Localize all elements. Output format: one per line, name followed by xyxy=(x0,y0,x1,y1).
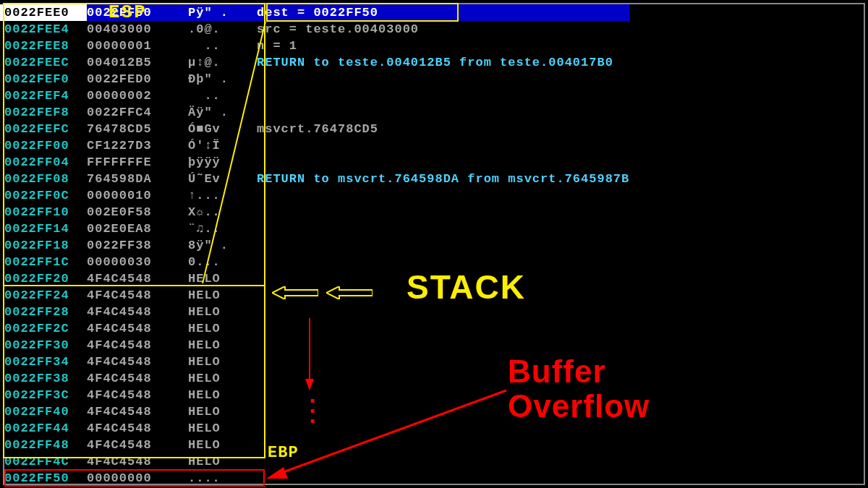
stack-value: 4F4C4548 xyxy=(87,287,188,304)
stack-value: 00403000 xyxy=(87,21,188,38)
stack-ascii: 0... xyxy=(188,254,257,270)
stack-addr: 0022FF4C xyxy=(0,453,87,470)
stack-row: 0022FF304F4C4548HELO xyxy=(0,337,629,354)
stack-value: 0022FED0 xyxy=(87,71,188,87)
stack-value: 0022FF38 xyxy=(87,237,188,254)
stack-addr: 0022FF18 xyxy=(0,237,87,254)
stack-addr: 0022FEFC xyxy=(0,121,87,137)
stack-ascii: Ó'↕Ï xyxy=(188,137,257,154)
buffer-start-line xyxy=(3,285,265,286)
stack-value: 00000002 xyxy=(87,87,188,104)
label-esp: ESP xyxy=(109,1,147,23)
stack-ascii: HELO xyxy=(188,403,257,420)
stack-value: 76478CD5 xyxy=(87,121,188,137)
label-buffer-overflow: BufferOverflow xyxy=(508,354,650,424)
stack-value: 00000001 xyxy=(87,38,188,54)
stack-value: 4F4C4548 xyxy=(87,387,188,403)
stack-value: CF1227D3 xyxy=(87,137,188,154)
stack-note xyxy=(257,71,629,87)
stack-addr: 0022FEF0 xyxy=(0,71,87,87)
label-stack: STACK xyxy=(407,267,526,307)
stack-row: 0022FEF00022FED0Ðþ" . xyxy=(0,71,629,87)
stack-note: RETURN to teste.004012B5 from teste.0040… xyxy=(257,54,629,71)
stack-note: RETURN to msvcrt.764598DA from msvcrt.76… xyxy=(257,171,629,187)
stack-value: 002E0EA8 xyxy=(87,221,188,237)
stack-note xyxy=(257,137,629,154)
stack-value: 4F4C4548 xyxy=(87,453,188,470)
stack-addr: 0022FEF8 xyxy=(0,104,87,121)
stack-ascii: Ðþ" . xyxy=(188,71,257,87)
stack-row: 0022FF4C4F4C4548HELO xyxy=(0,453,629,470)
stack-ascii: HELO xyxy=(188,304,257,320)
overflow-row-box xyxy=(4,469,265,487)
stack-row: 0022FF14002E0EA8¨♫.. xyxy=(0,221,629,237)
stack-ascii: .0@. xyxy=(188,21,257,38)
stack-row: 0022FF10002E0F58X☼.. xyxy=(0,204,629,221)
stack-row: 0022FF2C4F4C4548HELO xyxy=(0,320,629,337)
stack-ascii: HELO xyxy=(188,287,257,304)
ellipsis-dots: ··· xyxy=(305,396,320,427)
stack-ascii: HELO xyxy=(188,370,257,387)
stack-note xyxy=(257,187,629,204)
stack-row: 0022FF00CF1227D3Ó'↕Ï xyxy=(0,137,629,154)
stack-addr: 0022FEF4 xyxy=(0,87,87,104)
stack-addr: 0022FF04 xyxy=(0,154,87,171)
stack-note: msvcrt.76478CD5 xyxy=(257,121,629,137)
stack-value: 4F4C4548 xyxy=(87,304,188,320)
stack-addr: 0022FF08 xyxy=(0,171,87,187)
stack-row: 0022FEF400000002 .. xyxy=(0,87,629,104)
stack-note: n = 1 xyxy=(257,38,629,54)
stack-row: 0022FEE400403000.0@.src = teste.00403000 xyxy=(0,21,629,38)
stack-ascii: ↑... xyxy=(188,187,257,204)
stack-value: 0022FFC4 xyxy=(87,104,188,121)
stack-note xyxy=(257,204,629,221)
stack-row: 0022FF0C00000010↑... xyxy=(0,187,629,204)
stack-note xyxy=(257,104,629,121)
stack-value: 4F4C4548 xyxy=(87,337,188,354)
stack-addr: 0022FF30 xyxy=(0,337,87,354)
stack-value: 4F4C4548 xyxy=(87,370,188,387)
stack-note xyxy=(257,453,629,470)
stack-addr: 0022FF2C xyxy=(0,320,87,337)
buffer-start-arrows xyxy=(272,286,373,304)
stack-addr: 0022FF24 xyxy=(0,287,87,304)
stack-ascii: X☼.. xyxy=(188,204,257,221)
svg-marker-0 xyxy=(272,286,318,299)
stack-note xyxy=(257,470,629,487)
stack-addr: 0022FF44 xyxy=(0,420,87,437)
svg-marker-1 xyxy=(326,286,373,299)
stack-value: 004012B5 xyxy=(87,54,188,71)
stack-row: 0022FEF80022FFC4Äÿ" . xyxy=(0,104,629,121)
stack-addr: 0022FF38 xyxy=(0,370,87,387)
stack-addr: 0022FF40 xyxy=(0,403,87,420)
stack-addr: 0022FF28 xyxy=(0,304,87,320)
stack-ascii: .. xyxy=(188,87,257,104)
stack-note xyxy=(257,437,629,453)
stack-row: 0022FF284F4C4548HELO xyxy=(0,304,629,320)
stack-ascii: Pÿ" . xyxy=(188,4,257,21)
stack-note: src = teste.00403000 xyxy=(257,21,629,38)
stack-value: 4F4C4548 xyxy=(87,403,188,420)
stack-addr: 0022FF1C xyxy=(0,254,87,270)
stack-ascii: þÿÿÿ xyxy=(188,154,257,171)
stack-addr: 0022FF34 xyxy=(0,354,87,370)
stack-row: 0022FEE800000001 ..n = 1 xyxy=(0,38,629,54)
stack-addr: 0022FF0C xyxy=(0,187,87,204)
stack-addr: 0022FF48 xyxy=(0,437,87,453)
stack-value: FFFFFFFE xyxy=(87,154,188,171)
label-ebp: EBP xyxy=(268,444,299,462)
stack-ascii: Ú˜Ev xyxy=(188,171,257,187)
stack-value: 4F4C4548 xyxy=(87,437,188,453)
stack-row: 0022FF180022FF388ÿ" . xyxy=(0,237,629,254)
stack-note xyxy=(257,320,629,337)
stack-row: 0022FEE00022FF50Pÿ" .dest = 0022FF50 xyxy=(0,4,629,21)
stack-ascii: µ↕@. xyxy=(188,54,257,71)
stack-value: 00000030 xyxy=(87,254,188,270)
stack-ascii: Ó■Gv xyxy=(188,121,257,137)
stack-row: 0022FF1C000000300... xyxy=(0,254,629,270)
stack-ascii: HELO xyxy=(188,453,257,470)
stack-note xyxy=(257,154,629,171)
stack-ascii: .. xyxy=(188,38,257,54)
stack-note: dest = 0022FF50 xyxy=(257,4,629,21)
stack-note xyxy=(257,337,629,354)
